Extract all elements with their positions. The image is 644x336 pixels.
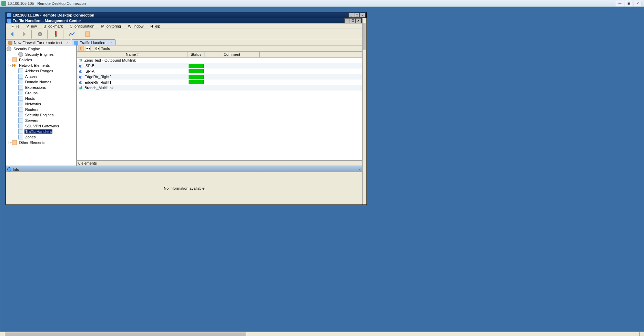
- main-split: Security Engine Security Engines[+]Polic…: [6, 45, 362, 166]
- node-icon: [18, 102, 23, 106]
- tree-item-security-engines[interactable]: Security Engines: [6, 52, 76, 57]
- restore-button[interactable]: ❐: [350, 18, 355, 23]
- refresh-button[interactable]: [51, 30, 61, 39]
- tree-item-address-ranges[interactable]: Address Ranges: [6, 68, 76, 74]
- minimize-button[interactable]: _: [349, 13, 354, 18]
- tree-label: Hosts: [24, 96, 36, 101]
- tree-item-other-elements[interactable]: [+]Other Elements: [6, 140, 76, 145]
- content-panel: ⬆ ✦▾ ⚙▾ Tools Name ▽ Status: [77, 45, 362, 166]
- inner-titlebar[interactable]: 192.168.11.106 - Remote Desktop Connecti…: [6, 12, 366, 18]
- outer-titlebar[interactable]: 10.100.105.105 - Remote Desktop Connecti…: [0, 0, 644, 7]
- table-row[interactable]: ◐EdgeRtr_Right2: [77, 74, 362, 80]
- tree-item-servers[interactable]: Servers: [6, 118, 76, 123]
- row-name: ISP-B: [84, 64, 94, 68]
- up-button[interactable]: ⬆: [78, 46, 84, 51]
- menu-monitoring[interactable]: Monitoring: [97, 24, 123, 29]
- inner-rdc-window: 192.168.11.106 - Remote Desktop Connecti…: [6, 12, 367, 205]
- node-icon: [18, 85, 23, 90]
- node-icon: [18, 96, 23, 101]
- tree-label: Expressions: [24, 85, 47, 90]
- table-row[interactable]: ◐ISP-A: [77, 69, 362, 74]
- table-row[interactable]: ◐ISP-B: [77, 63, 362, 69]
- node-icon: [18, 74, 23, 79]
- netlink-icon: ◐: [78, 74, 83, 79]
- tree-item-policies[interactable]: [+]Policies: [6, 57, 76, 63]
- tab-firewall[interactable]: New Firewall For remote test ×: [6, 39, 71, 45]
- info-panel: Info × No information available: [6, 166, 362, 204]
- settings-button[interactable]: [35, 30, 45, 39]
- tabbar: New Firewall For remote test × Traffic H…: [6, 39, 362, 45]
- expander-icon[interactable]: [-]: [8, 64, 12, 67]
- menu-view[interactable]: View: [22, 24, 39, 29]
- tree-item-groups[interactable]: Groups: [6, 90, 76, 96]
- tree-item-domain-names[interactable]: Domain Names: [6, 79, 76, 85]
- app-titlebar[interactable]: Traffic Handlers - Management Center _ ❐…: [6, 18, 362, 23]
- notes-button[interactable]: [82, 30, 93, 39]
- rdc-icon: [1, 1, 6, 6]
- tab-label: New Firewall For remote test: [14, 41, 62, 45]
- app-vertical-scrollbar[interactable]: [362, 18, 366, 204]
- tree-item-hosts[interactable]: Hosts: [6, 96, 76, 101]
- tree-item-expressions[interactable]: Expressions: [6, 85, 76, 90]
- tree-root[interactable]: Security Engine: [6, 46, 76, 52]
- expander-icon[interactable]: [+]: [8, 141, 12, 144]
- info-header[interactable]: Info ×: [6, 166, 362, 172]
- traffic-icon: [74, 41, 78, 45]
- net-icon: ⬢: [12, 63, 17, 68]
- maximize-button[interactable]: ▣: [625, 1, 633, 6]
- menu-help[interactable]: Help: [146, 24, 162, 29]
- netlink-icon: ◐: [78, 63, 83, 68]
- tab-label: Traffic Handlers: [80, 41, 106, 45]
- table-row[interactable]: ◐EdgeRtr_Right1: [77, 80, 362, 85]
- menu-bookmark[interactable]: Bookmark: [40, 24, 65, 29]
- add-tab-button[interactable]: +: [117, 40, 121, 45]
- minimize-button[interactable]: —: [616, 1, 624, 6]
- close-button[interactable]: ✕: [355, 18, 361, 23]
- close-button[interactable]: ✕: [634, 1, 642, 6]
- row-name: ISP-A: [84, 69, 94, 73]
- menu-window[interactable]: Window: [124, 24, 145, 29]
- tree-item-traffic-handlers[interactable]: Traffic Handlers: [6, 129, 76, 134]
- tree-label: Groups: [24, 91, 38, 95]
- column-comment[interactable]: Comment: [204, 52, 260, 57]
- tree-label: SSL VPN Gateways: [24, 124, 60, 128]
- forward-button[interactable]: [19, 30, 29, 39]
- menu-configuration[interactable]: Configuration: [66, 24, 96, 29]
- info-close-button[interactable]: ×: [359, 167, 361, 171]
- tree-item-security-engines[interactable]: Security Engines: [6, 112, 76, 118]
- grid-body[interactable]: ⇄Zeno Test - Outbound Multilink◐ISP-B◐IS…: [77, 57, 362, 160]
- tab-traffic-handlers[interactable]: Traffic Handlers ×: [72, 39, 115, 45]
- column-name[interactable]: Name ▽: [77, 52, 188, 57]
- element-count: 6 elements: [78, 161, 97, 165]
- engine-icon: [7, 46, 11, 51]
- tools-button[interactable]: ⚙▾: [94, 46, 100, 51]
- resize-corner[interactable]: [639, 332, 644, 336]
- close-button[interactable]: ✕: [360, 13, 365, 18]
- node-icon: [18, 129, 23, 134]
- minimize-button[interactable]: _: [344, 18, 350, 23]
- menu-file[interactable]: File: [7, 24, 22, 29]
- tab-close-icon[interactable]: ×: [110, 41, 112, 45]
- table-row[interactable]: ⇄Branch_MultiLink: [77, 85, 362, 91]
- gear-icon: [18, 52, 23, 57]
- navigation-tree[interactable]: Security Engine Security Engines[+]Polic…: [6, 45, 77, 166]
- tree-item-routers[interactable]: Routers: [6, 107, 76, 112]
- app-title-text: Traffic Handlers - Management Center: [13, 19, 81, 23]
- maximize-button[interactable]: ❐: [354, 13, 360, 18]
- tab-close-icon[interactable]: ×: [67, 41, 69, 45]
- horizontal-scrollbar[interactable]: [0, 332, 639, 336]
- tree-item-zones[interactable]: Zones: [6, 134, 76, 140]
- row-name: EdgeRtr_Right1: [84, 80, 111, 84]
- tree-item-aliases[interactable]: Aliases: [6, 74, 76, 79]
- table-row[interactable]: ⇄Zeno Test - Outbound Multilink: [77, 57, 362, 63]
- chart-button[interactable]: [67, 30, 77, 39]
- expander-icon[interactable]: [+]: [8, 58, 12, 62]
- tree-item-network-elements[interactable]: [-]⬢Network Elements: [6, 63, 76, 68]
- tree-item-networks[interactable]: Networks: [6, 101, 76, 107]
- new-button[interactable]: ✦▾: [85, 46, 91, 51]
- firewall-icon: [8, 41, 12, 45]
- back-button[interactable]: [7, 30, 18, 39]
- main-toolbar: [6, 29, 362, 39]
- tree-item-ssl-vpn-gateways[interactable]: SSL VPN Gateways: [6, 123, 76, 129]
- column-status[interactable]: Status: [188, 52, 204, 57]
